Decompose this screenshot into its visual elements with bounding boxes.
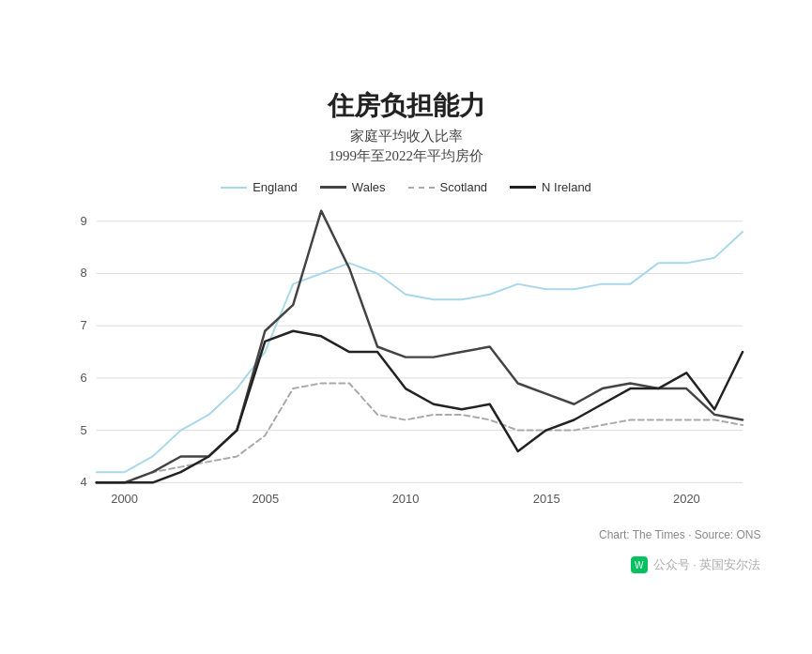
legend-scotland-label: Scotland <box>440 180 488 194</box>
legend-england: England <box>221 180 298 194</box>
legend-scotland: Scotland <box>408 180 488 194</box>
chart-area: 9 8 7 6 5 4 2000 2005 2010 2015 2020 <box>52 202 761 521</box>
chart-title: 住房负担能力 <box>52 88 761 124</box>
svg-text:7: 7 <box>80 318 86 332</box>
legend-wales-line <box>320 186 346 189</box>
legend-nireland-label: N Ireland <box>542 180 591 194</box>
chart-source: Chart: The Times · Source: ONS <box>52 528 761 541</box>
chart-subtitle2: 1999年至2022年平均房价 <box>52 147 761 165</box>
svg-text:4: 4 <box>80 475 86 489</box>
legend-nireland-line <box>510 186 536 189</box>
svg-text:9: 9 <box>80 214 86 228</box>
card: 住房负担能力 家庭平均收入比率 1999年至2022年平均房价 England … <box>22 66 791 588</box>
wechat-icon: W <box>631 556 648 573</box>
svg-text:6: 6 <box>80 371 86 385</box>
legend: England Wales Scotland N Ireland <box>52 180 761 194</box>
legend-england-label: England <box>253 180 298 194</box>
svg-text:2020: 2020 <box>673 492 700 506</box>
legend-wales-label: Wales <box>352 180 386 194</box>
legend-england-line <box>221 187 247 189</box>
svg-text:2000: 2000 <box>111 492 138 506</box>
legend-scotland-line <box>408 187 435 189</box>
footer-text: 公众号 · 英国安尔法 <box>653 556 761 573</box>
chart-subtitle1: 家庭平均收入比率 <box>52 128 761 145</box>
legend-wales: Wales <box>320 180 386 194</box>
svg-text:2005: 2005 <box>252 492 279 506</box>
footer: W 公众号 · 英国安尔法 <box>52 556 761 573</box>
svg-text:5: 5 <box>80 423 86 437</box>
svg-text:2010: 2010 <box>391 492 419 506</box>
svg-text:2015: 2015 <box>532 492 559 506</box>
chart-svg: 9 8 7 6 5 4 2000 2005 2010 2015 2020 <box>52 202 761 521</box>
svg-text:8: 8 <box>80 266 86 280</box>
legend-nireland: N Ireland <box>510 180 591 194</box>
